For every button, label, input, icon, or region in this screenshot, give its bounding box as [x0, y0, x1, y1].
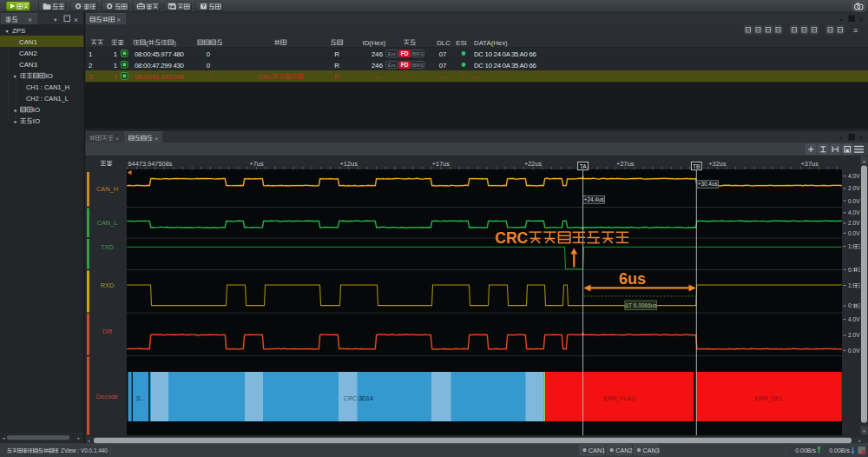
svg-text:CAN3: CAN3: [19, 61, 37, 69]
svg-text:+24.4us: +24.4us: [584, 196, 604, 202]
svg-text:2.0V: 2.0V: [848, 185, 860, 191]
svg-text:TB: TB: [693, 163, 700, 169]
svg-text:DC 10 24 0A 35 A0 66: DC 10 24 0A 35 A0 66: [474, 50, 536, 58]
svg-text:2.0V: 2.0V: [848, 220, 860, 226]
svg-text:1: 1: [89, 50, 92, 58]
svg-text:+12us: +12us: [340, 160, 358, 168]
svg-text:1:: 1:: [848, 243, 853, 249]
svg-text:1: 1: [114, 62, 117, 70]
svg-text:0:: 0:: [848, 267, 853, 273]
svg-text:Ext: Ext: [388, 63, 396, 68]
svg-text:6us: 6us: [619, 270, 646, 288]
svg-text:▼: ▼: [862, 429, 865, 434]
svg-text:0.00B/s: 0.00B/s: [795, 447, 816, 454]
svg-text:(: (: [146, 39, 148, 47]
svg-text:ZPS: ZPS: [12, 27, 25, 35]
svg-text:+17us: +17us: [432, 160, 450, 168]
svg-text:2: 2: [89, 62, 92, 70]
svg-text:07: 07: [439, 62, 447, 70]
svg-text:--: --: [440, 73, 445, 81]
svg-text:--: --: [474, 73, 479, 81]
svg-text:0:: 0:: [848, 302, 853, 308]
svg-text:BRS: BRS: [412, 51, 423, 56]
svg-text:R: R: [334, 50, 339, 58]
svg-text:Ext: Ext: [388, 51, 396, 56]
svg-text:1: 1: [114, 50, 117, 58]
svg-text:CAN1: CAN1: [589, 447, 605, 454]
svg-text:08:00:47.299 430: 08:00:47.299 430: [135, 62, 185, 70]
svg-text:CAN2: CAN2: [615, 447, 632, 454]
svg-text:►: ►: [77, 436, 81, 440]
svg-text:BRS: BRS: [412, 63, 423, 68]
svg-text:08:00:51.433 548: 08:00:51.433 548: [135, 73, 184, 81]
svg-text:IO: IO: [33, 106, 40, 114]
svg-text:◄: ◄: [87, 439, 90, 443]
svg-text:Decode: Decode: [96, 393, 118, 401]
svg-text:CAN3: CAN3: [643, 447, 660, 454]
svg-text:ERR_FLAG: ERR_FLAG: [604, 395, 636, 402]
svg-text:▼: ▼: [839, 17, 844, 23]
svg-text:CAN2: CAN2: [19, 50, 37, 57]
svg-text:►: ►: [14, 108, 18, 113]
svg-text:IO: IO: [46, 72, 53, 80]
svg-text:CAN_L: CAN_L: [97, 219, 118, 227]
svg-text:TA: TA: [580, 163, 588, 169]
svg-text:CAN1: CAN1: [19, 38, 37, 46]
svg-text:--: --: [460, 73, 465, 81]
svg-text:0.00B/s: 0.00B/s: [829, 447, 850, 454]
svg-text:►: ►: [858, 439, 862, 443]
svg-text:CRC:3D14: CRC:3D14: [344, 395, 373, 401]
svg-text:◄: ◄: [2, 436, 5, 440]
svg-text:R: R: [334, 62, 339, 70]
svg-text:×: ×: [74, 16, 78, 24]
svg-text:--: --: [404, 73, 410, 81]
svg-text:1:: 1:: [848, 282, 853, 288]
svg-text:CAN_H: CAN_H: [96, 185, 118, 193]
svg-text:4.0V: 4.0V: [848, 173, 860, 179]
svg-text:+7us: +7us: [249, 160, 264, 168]
svg-text:08:00:45.977 480: 08:00:45.977 480: [135, 50, 185, 58]
svg-text:CRC: CRC: [259, 73, 273, 81]
svg-text:64473.947508s: 64473.947508s: [128, 160, 173, 168]
svg-text:1: 1: [114, 73, 117, 81]
svg-text:246: 246: [372, 50, 383, 58]
svg-text:0.0V: 0.0V: [848, 230, 860, 236]
svg-text:▼: ▼: [13, 74, 17, 79]
svg-text:DATA(Hex): DATA(Hex): [474, 39, 508, 47]
svg-text:DLC: DLC: [437, 39, 450, 47]
svg-text:): ): [174, 39, 176, 47]
svg-text:▼: ▼: [5, 29, 10, 34]
svg-text:--: --: [375, 73, 380, 81]
svg-text:ΔT 6.0066us: ΔT 6.0066us: [625, 302, 657, 308]
svg-text:4.0V: 4.0V: [848, 209, 860, 215]
svg-text:TXD: TXD: [101, 243, 114, 251]
svg-text:CH1 : CAN1_H: CH1 : CAN1_H: [26, 83, 69, 91]
svg-text:R: R: [334, 73, 339, 81]
svg-text:►: ►: [14, 119, 18, 124]
svg-text:+27us: +27us: [616, 160, 635, 168]
svg-text:07: 07: [439, 50, 447, 58]
svg-text:3: 3: [89, 73, 92, 81]
svg-text:IO: IO: [33, 117, 40, 125]
svg-text:0: 0: [207, 62, 211, 70]
svg-text:?: ?: [202, 3, 206, 9]
svg-text:+22us: +22us: [524, 160, 542, 168]
svg-text:CRC: CRC: [495, 229, 528, 247]
svg-text:▼: ▼: [839, 136, 844, 141]
svg-text:×: ×: [115, 135, 120, 142]
svg-text:ESI: ESI: [456, 39, 467, 47]
svg-text:4.0V: 4.0V: [848, 316, 860, 322]
svg-text:×: ×: [116, 16, 121, 24]
svg-text:+30.4us: +30.4us: [698, 181, 718, 187]
svg-text:ERR_DEL: ERR_DEL: [755, 395, 783, 402]
svg-text:×: ×: [858, 133, 864, 142]
svg-text:+32us: +32us: [708, 160, 727, 168]
svg-text:0: 0: [207, 50, 211, 58]
svg-text:×: ×: [858, 15, 864, 24]
svg-text:--: --: [206, 73, 211, 81]
svg-text:▲: ▲: [862, 159, 865, 163]
svg-text:CH2 : CAN1_L: CH2 : CAN1_L: [26, 95, 69, 103]
svg-text:FD: FD: [401, 50, 409, 56]
svg-text:RXD: RXD: [101, 281, 115, 289]
svg-text:▼: ▼: [53, 17, 57, 23]
